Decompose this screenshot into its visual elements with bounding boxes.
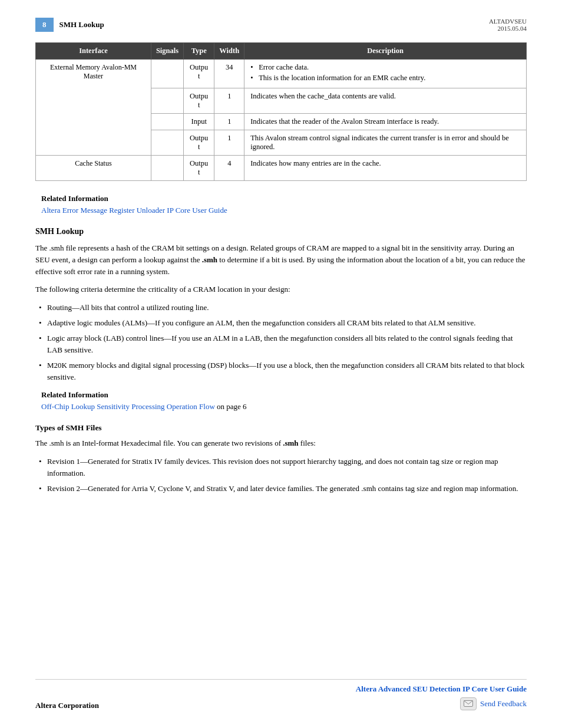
footer-company: Altera Corporation <box>35 701 99 710</box>
related-link-1[interactable]: Altera Error Message Register Unloader I… <box>41 206 227 215</box>
type-cell-5: Output <box>184 156 214 181</box>
table-row: External Memory Avalon-MM Master Output … <box>36 60 527 88</box>
page-number: 8 <box>35 18 54 32</box>
col-width: Width <box>214 43 244 60</box>
signals-cell-1 <box>151 60 183 88</box>
signals-cell-4 <box>151 130 183 156</box>
col-type: Type <box>184 43 214 60</box>
page-header: 8 SMH Lookup ALTADVSEU 2015.05.04 <box>35 18 527 32</box>
page-footer: Altera Corporation Altera Advanced SEU D… <box>35 679 527 710</box>
doc-id: ALTADVSEU <box>489 18 527 25</box>
related-link-2-suffix: on page 6 <box>215 402 247 411</box>
send-feedback-container: Send Feedback <box>356 697 527 710</box>
type-cell-2: Output <box>184 88 214 114</box>
related-info-2: Related Information Off-Chip Lookup Sens… <box>41 390 527 411</box>
desc-bullet-2: This is the location information for an … <box>250 74 520 83</box>
related-link-2[interactable]: Off-Chip Lookup Sensitivity Processing O… <box>41 402 215 411</box>
table-row: Cache Status Output 4 Indicates how many… <box>36 156 527 181</box>
header-title: SMH Lookup <box>59 20 104 29</box>
width-cell-2: 1 <box>214 88 244 114</box>
types-bullet-1: Revision 1—Generated for Stratix IV fami… <box>35 456 527 479</box>
interface-cell-cache: Cache Status <box>36 156 151 181</box>
desc-cell-4: This Avalon stream control signal indica… <box>244 130 527 156</box>
type-cell-3: Input <box>184 114 214 130</box>
smh-para2: The following criteria determine the cri… <box>35 284 527 295</box>
related-info-1: Related Information Altera Error Message… <box>41 194 527 215</box>
smh-bullet-3: Logic array block (LAB) control lines—If… <box>35 332 527 356</box>
related-info-label-1: Related Information <box>41 194 527 203</box>
type-cell-1: Output <box>184 60 214 88</box>
header-left: 8 SMH Lookup <box>35 18 104 32</box>
smh-bullet-4: M20K memory blocks and digital signal pr… <box>35 360 527 383</box>
feedback-icon <box>460 697 477 710</box>
col-interface: Interface <box>36 43 151 60</box>
type-cell-4: Output <box>184 130 214 156</box>
desc-cell-1: Error cache data. This is the location i… <box>244 60 527 88</box>
signals-cell-5 <box>151 156 183 181</box>
footer-doc-link[interactable]: Altera Advanced SEU Detection IP Core Us… <box>356 684 527 693</box>
table-header-row: Interface Signals Type Width Description <box>36 43 527 60</box>
signals-cell-2 <box>151 88 183 114</box>
header-right: ALTADVSEU 2015.05.04 <box>489 18 527 32</box>
types-bullet-2: Revision 2—Generated for Arria V, Cyclon… <box>35 483 527 495</box>
doc-date: 2015.05.04 <box>489 25 527 32</box>
smh-lookup-section: SMH Lookup The .smh file represents a ha… <box>35 227 527 383</box>
smh-bullet-2: Adaptive logic modules (ALMs)—If you con… <box>35 317 527 329</box>
width-cell-3: 1 <box>214 114 244 130</box>
col-description: Description <box>244 43 527 60</box>
desc-cell-5: Indicates how many entries are in the ca… <box>244 156 527 181</box>
types-bullets: Revision 1—Generated for Stratix IV fami… <box>35 456 527 495</box>
width-cell-4: 1 <box>214 130 244 156</box>
smh-lookup-heading: SMH Lookup <box>35 227 527 236</box>
types-section: Types of SMH Files The .smh is an Intel-… <box>35 423 527 495</box>
signals-cell-3 <box>151 114 183 130</box>
width-cell-5: 4 <box>214 156 244 181</box>
types-heading: Types of SMH Files <box>35 423 527 433</box>
related-info-2-content: Off-Chip Lookup Sensitivity Processing O… <box>41 402 247 411</box>
interface-cell-external: External Memory Avalon-MM Master <box>36 60 151 156</box>
footer-right: Altera Advanced SEU Detection IP Core Us… <box>356 684 527 710</box>
width-cell-1: 34 <box>214 60 244 88</box>
interface-table: Interface Signals Type Width Description… <box>35 42 527 181</box>
desc-cell-3: Indicates that the reader of the Avalon … <box>244 114 527 130</box>
types-para1: The .smh is an Intel-format Hexadecimal … <box>35 437 527 449</box>
desc-cell-2: Indicates when the cache_data contents a… <box>244 88 527 114</box>
col-signals: Signals <box>151 43 183 60</box>
related-info-label-2: Related Information <box>41 390 527 400</box>
smh-bullet-1: Routing—All bits that control a utilized… <box>35 302 527 314</box>
send-feedback-link[interactable]: Send Feedback <box>480 699 527 709</box>
smh-bullets: Routing—All bits that control a utilized… <box>35 302 527 384</box>
smh-para1: The .smh file represents a hash of the C… <box>35 242 527 278</box>
desc-bullet-1: Error cache data. <box>250 63 520 72</box>
